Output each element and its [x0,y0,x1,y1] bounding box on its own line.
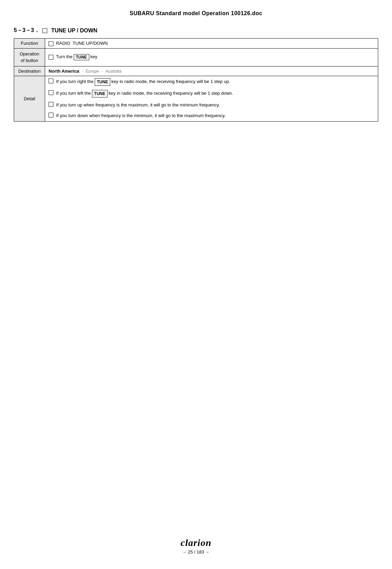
operation-checkbox [49,55,53,60]
function-content: RADIO TUNE UP/DOWN [45,39,378,49]
dest-europe: Europe [86,69,99,74]
operation-text-after: key [90,54,97,60]
footer: clarion － 25 / 183 － [0,537,392,555]
detail-item-4: If you turn down when frequency is the m… [49,112,374,119]
operation-content: Turn the TUNE key [45,48,378,66]
dest-sep-1: · [82,69,83,74]
detail-text-2: If you turn left the TUNE key in radio m… [56,90,233,97]
detail-item-3: If you turn up when frequency is the max… [49,102,374,108]
function-text: RADIO TUNE UP/DOWN [56,41,108,46]
destination-content: North America · Europe · Australia [45,66,378,76]
detail-text-4: If you turn down when frequency is the m… [56,112,226,119]
dest-north-america: North America [49,69,79,74]
dest-sep-2: · [102,69,103,74]
page-title: SUBARU Standard model Operation 100126.d… [14,10,378,17]
detail-checkbox-1 [49,79,53,83]
section-number: 5－3－3． [14,27,40,34]
section-checkbox [42,28,47,33]
section-title: TUNE UP / DOWN [51,28,97,34]
page-number: － 25 / 183 － [0,549,392,555]
destination-label: Destination [14,66,45,76]
dest-australia: Australia [105,69,122,74]
page-wrapper: SUBARU Standard model Operation 100126.d… [0,0,392,569]
table-row-operation: Operationof button Turn the TUNE key [14,48,378,66]
clarion-logo: clarion [0,537,392,548]
detail-item-2: If you turn left the TUNE key in radio m… [49,90,374,97]
operation-text-before: Turn the [56,54,72,60]
table-row-function: Function RADIO TUNE UP/DOWN [14,39,378,49]
table-row-destination: Destination North America · Europe · Aus… [14,66,378,76]
detail-tune-key-1: TUNE [95,78,110,86]
function-checkbox [49,41,53,46]
detail-text-3: If you turn up when frequency is the max… [56,102,220,108]
detail-checkbox-2 [49,90,53,95]
detail-content: If you turn right the TUNE key in radio … [45,76,378,121]
detail-label: Detail [14,76,45,121]
function-label: Function [14,39,45,49]
table-row-detail: Detail If you turn right the TUNE key in… [14,76,378,121]
detail-checkbox-4 [49,113,53,117]
main-table: Function RADIO TUNE UP/DOWN Operationof … [14,38,378,122]
operation-label: Operationof button [14,48,45,66]
detail-text-1: If you turn right the TUNE key in radio … [56,78,230,86]
detail-checkbox-3 [49,102,53,107]
detail-tune-key-2: TUNE [92,90,107,97]
detail-item-1: If you turn right the TUNE key in radio … [49,78,374,86]
section-heading: 5－3－3． TUNE UP / DOWN [14,27,378,34]
operation-tune-key: TUNE [74,54,89,60]
